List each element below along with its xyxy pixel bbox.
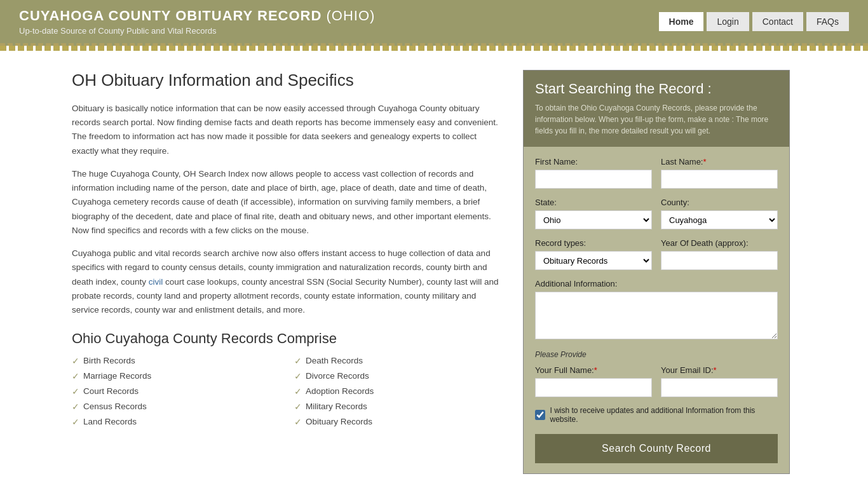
record-type-select[interactable]: Obituary Records Birth Records Death Rec… (535, 251, 652, 270)
form-panel-desc: To obtain the Ohio Cuyahoga County Recor… (535, 102, 778, 137)
first-name-label: First Name: (535, 157, 652, 166)
nav-faqs[interactable]: FAQs (806, 12, 849, 31)
page-heading: OH Obituary Information and Specifics (72, 70, 504, 92)
site-header: CUYAHOGA COUNTY OBITUARY RECORD (OHIO) U… (0, 0, 868, 46)
first-name-group: First Name: (535, 157, 652, 189)
list-item-census: Census Records (72, 402, 281, 412)
county-group: County: Cuyahoga Franklin Hamilton Montg… (661, 198, 778, 229)
site-title-bold: CUYAHOGA COUNTY OBITUARY RECORD (19, 8, 322, 24)
desc-para-3: Cuyahoga public and vital records search… (72, 247, 504, 317)
form-panel-header: Start Searching the Record : To obtain t… (524, 71, 789, 147)
state-select[interactable]: Ohio Alabama Alaska Arizona California C… (535, 210, 652, 229)
county-label: County: (661, 198, 778, 207)
nav-contact[interactable]: Contact (752, 12, 803, 31)
additional-info-group: Additional Information: (535, 279, 778, 341)
email-input[interactable] (661, 378, 778, 397)
list-item-divorce: Divorce Records (294, 371, 504, 381)
form-body: First Name: Last Name:* State: (524, 147, 789, 473)
email-label: Your Email ID:* (661, 365, 778, 375)
main-nav: Home Login Contact FAQs (659, 12, 849, 31)
record-type-label: Record types: (535, 238, 652, 248)
state-label: State: (535, 198, 652, 207)
site-title-state: (OHIO) (322, 8, 375, 24)
additional-info-row: Additional Information: (535, 279, 778, 341)
record-type-group: Record types: Obituary Records Birth Rec… (535, 238, 652, 270)
full-name-input[interactable] (535, 378, 652, 397)
state-group: State: Ohio Alabama Alaska Arizona Calif… (535, 198, 652, 229)
site-subtitle: Up-to-date Source of County Public and V… (19, 26, 375, 36)
additional-info-textarea[interactable] (535, 292, 778, 339)
first-name-input[interactable] (535, 170, 652, 189)
newsletter-checkbox-row: I wish to receive updates and additional… (535, 406, 778, 424)
list-item-adoption: Adoption Records (294, 386, 504, 396)
left-column: OH Obituary Information and Specifics Ob… (72, 70, 504, 474)
year-of-death-group: Year Of Death (approx): (661, 238, 778, 270)
list-item-marriage: Marriage Records (72, 371, 281, 381)
name-row: First Name: Last Name:* (535, 157, 778, 189)
state-county-row: State: Ohio Alabama Alaska Arizona Calif… (535, 198, 778, 229)
search-county-record-button[interactable]: Search County Record (535, 434, 778, 463)
county-select[interactable]: Cuyahoga Franklin Hamilton Montgomery Su… (661, 210, 778, 229)
newsletter-checkbox[interactable] (535, 410, 545, 420)
email-required: * (714, 365, 717, 375)
dashed-separator (0, 46, 868, 51)
full-name-label: Your Full Name:* (535, 365, 652, 375)
last-name-required: * (703, 157, 706, 166)
year-of-death-label: Year Of Death (approx): (661, 238, 778, 248)
right-column: Start Searching the Record : To obtain t… (523, 70, 790, 474)
list-item-military: Military Records (294, 402, 504, 412)
header-branding: CUYAHOGA COUNTY OBITUARY RECORD (OHIO) U… (19, 8, 375, 36)
section-heading-records: Ohio Cuyahoga County Records Comprise (72, 330, 504, 347)
records-list: Birth Records Death Records Marriage Rec… (72, 356, 504, 427)
desc-para-2: The huge Cuyahoga County, OH Search Inde… (72, 167, 504, 238)
fullname-email-row: Your Full Name:* Your Email ID:* (535, 365, 778, 397)
nav-home[interactable]: Home (659, 12, 704, 31)
full-name-required: * (594, 365, 597, 375)
email-group: Your Email ID:* (661, 365, 778, 397)
list-item-obituary: Obituary Records (294, 417, 504, 427)
list-item-death: Death Records (294, 356, 504, 366)
year-of-death-input[interactable] (661, 251, 778, 270)
recordtype-year-row: Record types: Obituary Records Birth Rec… (535, 238, 778, 270)
full-name-group: Your Full Name:* (535, 365, 652, 397)
additional-info-label: Additional Information: (535, 279, 778, 288)
list-item-court: Court Records (72, 386, 281, 396)
site-title: CUYAHOGA COUNTY OBITUARY RECORD (OHIO) (19, 8, 375, 24)
search-form-panel: Start Searching the Record : To obtain t… (523, 70, 790, 474)
last-name-group: Last Name:* (661, 157, 778, 189)
list-item-land: Land Records (72, 417, 281, 427)
last-name-input[interactable] (661, 170, 778, 189)
form-panel-title: Start Searching the Record : (535, 81, 778, 97)
list-item-birth: Birth Records (72, 356, 281, 366)
nav-login[interactable]: Login (707, 12, 749, 31)
please-provide-label: Please Provide (535, 350, 778, 359)
last-name-label: Last Name:* (661, 157, 778, 166)
newsletter-checkbox-label: I wish to receive updates and additional… (550, 406, 778, 424)
main-content: OH Obituary Information and Specifics Ob… (53, 51, 815, 488)
desc-para-1: Obituary is basically notice information… (72, 102, 504, 158)
